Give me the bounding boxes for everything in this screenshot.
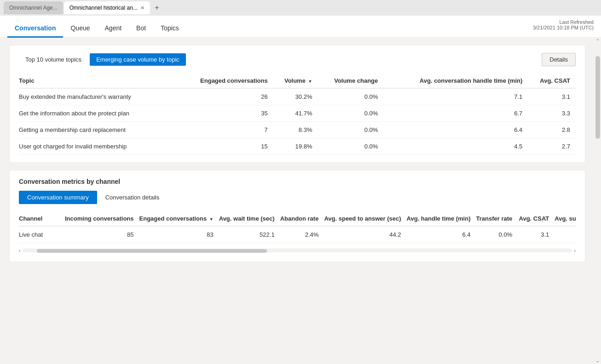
col-topic: Topic bbox=[19, 74, 176, 88]
cell-topic: Buy extended the manufacturer's warranty bbox=[19, 88, 176, 105]
nav-tab-conversation[interactable]: Conversation bbox=[7, 19, 63, 38]
nav-tab-agent[interactable]: Agent bbox=[98, 19, 129, 38]
cell-avg-handle: 6.4 bbox=[383, 122, 528, 138]
cell-volume-change: 0.0% bbox=[318, 105, 383, 122]
tab-emerging-case-volume[interactable]: Emerging case volume by topic bbox=[90, 53, 186, 66]
cell-avg-csat: 2.7 bbox=[528, 138, 576, 155]
topics-table-body: Buy extended the manufacturer's warranty… bbox=[19, 88, 576, 155]
browser-tab-bar: Omnichannel Age... Omnichannel historica… bbox=[0, 0, 601, 16]
browser-tab-2[interactable]: Omnichannel historical an... ✕ bbox=[64, 1, 150, 14]
topics-table-header: Topic Engaged conversations Volume ▼ Vol… bbox=[19, 74, 576, 88]
browser-tab-1[interactable]: Omnichannel Age... bbox=[4, 1, 63, 14]
cell-transfer: 0.0% bbox=[476, 226, 518, 243]
topics-table: Topic Engaged conversations Volume ▼ Vol… bbox=[19, 74, 576, 155]
engaged-sort-icon: ▼ bbox=[209, 217, 214, 222]
volume-sort-icon: ▼ bbox=[308, 79, 312, 84]
topics-table-scroll[interactable]: Topic Engaged conversations Volume ▼ Vol… bbox=[19, 74, 576, 155]
cell-volume-change: 0.0% bbox=[318, 88, 383, 105]
summary-tab-bar: Conversation summary Conversation detail… bbox=[19, 191, 576, 204]
nav-tab-topics[interactable]: Topics bbox=[153, 19, 186, 38]
last-refreshed-info: Last Refreshed 3/21/2021 10:18 PM (UTC) bbox=[533, 19, 594, 30]
details-button[interactable]: Details bbox=[542, 53, 576, 66]
browser-tab-1-label: Omnichannel Age... bbox=[9, 5, 58, 11]
ch-col-abandon: Abandon rate bbox=[280, 211, 324, 226]
cell-volume: 30.2% bbox=[273, 88, 318, 105]
channel-table-body: Live chat 85 83 522.1 2.4% 44.2 6.4 0.0%… bbox=[19, 226, 576, 243]
table-row: Buy extended the manufacturer's warranty… bbox=[19, 88, 576, 105]
scroll-down-arrow[interactable]: ⌄ bbox=[595, 358, 601, 364]
ch-col-handle: Avg. handle time (min) bbox=[407, 211, 476, 226]
cell-abandon: 2.4% bbox=[280, 226, 324, 243]
cell-volume: 8.3% bbox=[273, 122, 318, 138]
cell-incoming: 85 bbox=[65, 226, 139, 243]
nav-tab-queue[interactable]: Queue bbox=[63, 19, 97, 38]
page-wrapper: Top 10 volume topics Emerging case volum… bbox=[0, 38, 601, 364]
ch-col-speed: Avg. speed to answer (sec) bbox=[324, 211, 406, 226]
channel-table: Channel Incoming conversations Engaged c… bbox=[19, 211, 576, 243]
cell-avg-csat: 3.1 bbox=[528, 88, 576, 105]
v-scrollbar-thumb[interactable] bbox=[595, 56, 600, 139]
channel-table-scroll[interactable]: Channel Incoming conversations Engaged c… bbox=[19, 211, 576, 243]
cell-volume-change: 0.0% bbox=[318, 122, 383, 138]
topics-tab-bar: Top 10 volume topics Emerging case volum… bbox=[19, 53, 576, 66]
cell-engaged: 7 bbox=[176, 122, 273, 138]
tab-conversation-summary[interactable]: Conversation summary bbox=[19, 191, 97, 204]
main-scroll-area[interactable]: Top 10 volume topics Emerging case volum… bbox=[0, 38, 595, 364]
cell-handle: 6.4 bbox=[407, 226, 476, 243]
cell-topic: Getting a membership card replacement bbox=[19, 122, 176, 138]
cell-volume: 41.7% bbox=[273, 105, 318, 122]
channel-table-header: Channel Incoming conversations Engaged c… bbox=[19, 211, 576, 226]
cell-engaged: 83 bbox=[139, 226, 219, 243]
col-avg-csat: Avg. CSAT bbox=[528, 74, 576, 88]
metrics-section-title: Conversation metrics by channel bbox=[19, 178, 576, 185]
table-row: Getting a membership card replacement 7 … bbox=[19, 122, 576, 138]
scroll-up-arrow[interactable]: ⌃ bbox=[595, 38, 601, 44]
new-tab-button[interactable]: + bbox=[151, 2, 163, 14]
table-row: Live chat 85 83 522.1 2.4% 44.2 6.4 0.0%… bbox=[19, 226, 576, 243]
metrics-card: Conversation metrics by channel Conversa… bbox=[9, 170, 585, 262]
cell-avg-handle: 7.1 bbox=[383, 88, 528, 105]
cell-avg-wait: 522.1 bbox=[219, 226, 280, 243]
cell-survey bbox=[555, 226, 576, 243]
cell-avg-csat: 3.3 bbox=[528, 105, 576, 122]
col-volume: Volume ▼ bbox=[273, 74, 318, 88]
tab-conversation-details[interactable]: Conversation details bbox=[97, 191, 168, 204]
tab-top10-volume[interactable]: Top 10 volume topics bbox=[19, 53, 88, 66]
cell-volume-change: 0.0% bbox=[318, 138, 383, 155]
ch-col-incoming: Incoming conversations bbox=[65, 211, 139, 226]
scroll-right-arrow[interactable]: › bbox=[574, 248, 576, 253]
ch-col-csat: Avg. CSAT bbox=[518, 211, 555, 226]
ch-col-survey: Avg. survey se bbox=[555, 211, 576, 226]
scroll-left-arrow[interactable]: ‹ bbox=[19, 248, 21, 253]
cell-engaged: 26 bbox=[176, 88, 273, 105]
cell-channel: Live chat bbox=[19, 226, 65, 243]
cell-avg-handle: 6.7 bbox=[383, 105, 528, 122]
app-nav: Conversation Queue Agent Bot Topics Last… bbox=[0, 16, 601, 38]
h-scrollbar-thumb bbox=[37, 249, 267, 253]
cell-engaged: 35 bbox=[176, 105, 273, 122]
col-volume-change: Volume change bbox=[318, 74, 383, 88]
cell-speed: 44.2 bbox=[324, 226, 406, 243]
table-row: Get the information about the protect pl… bbox=[19, 105, 576, 122]
col-avg-handle: Avg. conversation handle time (min) bbox=[383, 74, 528, 88]
h-scrollbar-track[interactable] bbox=[23, 249, 572, 252]
cell-topic: User got charged for invalid membership bbox=[19, 138, 176, 155]
browser-tab-2-close[interactable]: ✕ bbox=[140, 5, 144, 11]
v-scrollbar: ⌃ ⌄ bbox=[595, 38, 601, 364]
ch-col-channel: Channel bbox=[19, 211, 65, 226]
table-row: User got charged for invalid membership … bbox=[19, 138, 576, 155]
col-engaged-conversations: Engaged conversations bbox=[176, 74, 273, 88]
nav-tab-bot[interactable]: Bot bbox=[129, 19, 153, 38]
ch-col-engaged: Engaged conversations ▼ bbox=[139, 211, 219, 226]
cell-csat: 3.1 bbox=[518, 226, 555, 243]
cell-engaged: 15 bbox=[176, 138, 273, 155]
browser-tab-2-label: Omnichannel historical an... bbox=[69, 5, 138, 11]
topics-card: Top 10 volume topics Emerging case volum… bbox=[9, 45, 585, 163]
ch-col-transfer: Transfer rate bbox=[476, 211, 518, 226]
cell-topic: Get the information about the protect pl… bbox=[19, 105, 176, 122]
cell-avg-csat: 2.8 bbox=[528, 122, 576, 138]
cell-volume: 19.8% bbox=[273, 138, 318, 155]
ch-col-avg-wait: Avg. wait time (sec) bbox=[219, 211, 280, 226]
cell-avg-handle: 4.5 bbox=[383, 138, 528, 155]
